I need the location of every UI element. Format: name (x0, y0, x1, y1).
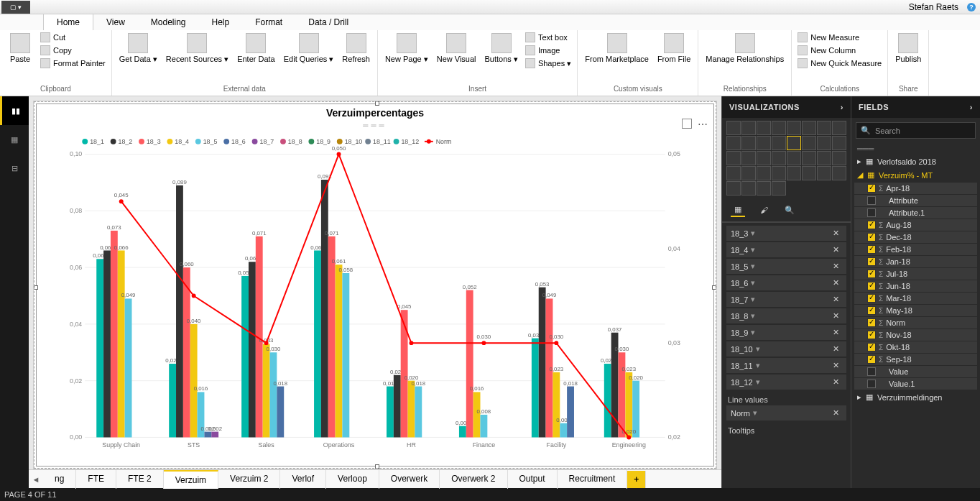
viz-type-icon[interactable] (757, 121, 771, 135)
checkbox[interactable] (867, 270, 876, 278)
field-well-item[interactable]: 18_7▾✕ (726, 292, 846, 307)
checkbox[interactable] (867, 257, 876, 266)
page-tab[interactable]: Verloop (326, 470, 379, 489)
table-row[interactable]: ▸▦Verlofsaldo 2018 (854, 155, 977, 168)
model-view-tab[interactable]: ⊟ (0, 154, 29, 183)
viz-type-icon[interactable] (741, 181, 756, 196)
field-well-item[interactable]: 18_9▾✕ (726, 325, 846, 340)
checkbox[interactable] (867, 208, 876, 217)
viz-type-icon[interactable] (832, 136, 846, 150)
viz-type-icon[interactable] (832, 151, 846, 165)
chevron-down-icon[interactable]: ▾ (748, 278, 758, 288)
checkbox[interactable] (867, 318, 876, 327)
remove-icon[interactable]: ✕ (830, 361, 842, 370)
new-page-button[interactable]: New Page ▾ (382, 32, 431, 65)
field-row[interactable]: ΣOkt-18 (854, 341, 977, 353)
page-tab[interactable]: Overwerk (379, 470, 440, 489)
viz-type-icon[interactable] (832, 166, 846, 180)
viz-type-icon[interactable] (726, 166, 741, 180)
table-row[interactable]: ▸▦Verzuimmeldingen (854, 390, 977, 404)
remove-icon[interactable]: ✕ (830, 229, 842, 238)
chevron-down-icon[interactable]: ▾ (753, 377, 763, 387)
copy-button[interactable]: Copy (39, 45, 107, 56)
viz-type-icon[interactable] (802, 166, 816, 180)
field-row[interactable]: ΣNov-18 (854, 329, 977, 341)
checkbox[interactable] (867, 355, 876, 364)
viz-type-icon[interactable] (802, 136, 816, 150)
checkbox[interactable] (867, 343, 876, 351)
checkbox[interactable] (867, 196, 876, 205)
field-well-item[interactable]: 18_5▾✕ (726, 259, 846, 274)
publish-button[interactable]: Publish (892, 32, 924, 65)
viz-type-icon[interactable] (741, 121, 756, 135)
checkbox[interactable] (867, 233, 876, 242)
viz-pane-header[interactable]: VISUALIZATIONS› (722, 96, 851, 118)
new-column-button[interactable]: New Column (796, 45, 883, 56)
field-row[interactable]: ΣFeb-18 (854, 244, 977, 255)
checkbox[interactable] (867, 306, 876, 315)
viz-type-icon[interactable] (757, 136, 771, 150)
enter-data-button[interactable]: Enter Data (234, 32, 278, 65)
textbox-button[interactable]: Text box (524, 32, 573, 43)
get-data-button[interactable]: Get Data ▾ (116, 32, 160, 65)
page-tab[interactable]: FTE 2 (116, 470, 164, 489)
viz-type-icon[interactable] (787, 151, 801, 165)
analytics-tab-icon[interactable]: 🔍 (782, 203, 797, 217)
recent-sources-button[interactable]: Recent Sources ▾ (163, 32, 231, 65)
image-button[interactable]: Image (524, 45, 573, 56)
field-well-item[interactable]: 18_8▾✕ (726, 308, 846, 323)
new-measure-button[interactable]: New Measure (796, 32, 883, 43)
grip-icon[interactable]: ═══ (37, 121, 713, 129)
ribbon-tab-format[interactable]: Format (242, 14, 295, 30)
refresh-button[interactable]: Refresh (339, 32, 373, 65)
focus-mode-icon[interactable] (682, 119, 692, 129)
viz-type-icon[interactable] (787, 166, 801, 180)
field-well-item[interactable]: 18_11▾✕ (726, 358, 846, 373)
field-well-item[interactable]: 18_12▾✕ (726, 374, 846, 390)
viz-type-icon[interactable] (817, 121, 831, 135)
field-row[interactable]: ΣDec-18 (854, 231, 977, 243)
field-row[interactable]: ΣMay-18 (854, 305, 977, 316)
checkbox[interactable] (867, 367, 876, 376)
page-tab[interactable]: FTE (76, 470, 116, 489)
drag-handle-icon[interactable]: ═══ (851, 143, 980, 155)
ribbon-tab-view[interactable]: View (93, 14, 138, 30)
field-well-item[interactable]: 18_10▾✕ (726, 341, 846, 357)
from-marketplace-button[interactable]: From Marketplace (582, 32, 652, 65)
fields-pane-header[interactable]: FIELDS› (851, 96, 980, 118)
remove-icon[interactable]: ✕ (830, 328, 842, 337)
report-canvas[interactable]: Verzuimpercentages ═══ ⋯ 0,000,020,040,0… (33, 101, 717, 469)
page-tab[interactable]: Verlof (280, 470, 326, 489)
ribbon-tab-datadrill[interactable]: Data / Drill (295, 14, 361, 30)
chevron-down-icon[interactable]: ▾ (748, 311, 758, 321)
viz-type-icon[interactable] (772, 121, 786, 135)
viz-type-icon[interactable] (802, 151, 816, 165)
viz-type-icon[interactable] (832, 121, 846, 135)
field-row[interactable]: ΣAug-18 (854, 219, 977, 231)
viz-type-icon[interactable] (726, 136, 741, 150)
new-quick-measure-button[interactable]: New Quick Measure (796, 58, 883, 69)
field-well-item[interactable]: 18_4▾✕ (726, 242, 846, 257)
format-tab-icon[interactable]: 🖌 (757, 203, 771, 217)
field-row[interactable]: ΣJun-18 (854, 280, 977, 292)
field-row[interactable]: ΣNorm (854, 317, 977, 328)
field-row[interactable]: ΣJan-18 (854, 256, 977, 267)
manage-relationships-button[interactable]: Manage Relationships (703, 32, 787, 65)
qat-dropdown[interactable]: ▢ ▾ (1, 1, 30, 14)
field-well-item[interactable]: Norm▾✕ (726, 405, 846, 420)
viz-type-icon[interactable] (772, 166, 786, 180)
viz-type-icon[interactable] (772, 181, 786, 196)
viz-type-icon[interactable] (726, 121, 741, 135)
checkbox[interactable] (867, 184, 876, 193)
chevron-down-icon[interactable]: ▾ (753, 344, 763, 354)
page-tab[interactable]: Recruitment (558, 470, 628, 489)
viz-type-icon[interactable] (772, 136, 786, 150)
ribbon-tab-modeling[interactable]: Modeling (138, 14, 199, 30)
edit-queries-button[interactable]: Edit Queries ▾ (281, 32, 337, 65)
chart-visual[interactable]: Verzuimpercentages ═══ ⋯ 0,000,020,040,0… (36, 104, 714, 466)
viz-type-icon[interactable] (787, 136, 801, 150)
checkbox[interactable] (867, 282, 876, 290)
viz-type-icon[interactable] (741, 136, 756, 150)
more-options-icon[interactable]: ⋯ (698, 119, 708, 130)
viz-type-icon[interactable] (817, 151, 831, 165)
